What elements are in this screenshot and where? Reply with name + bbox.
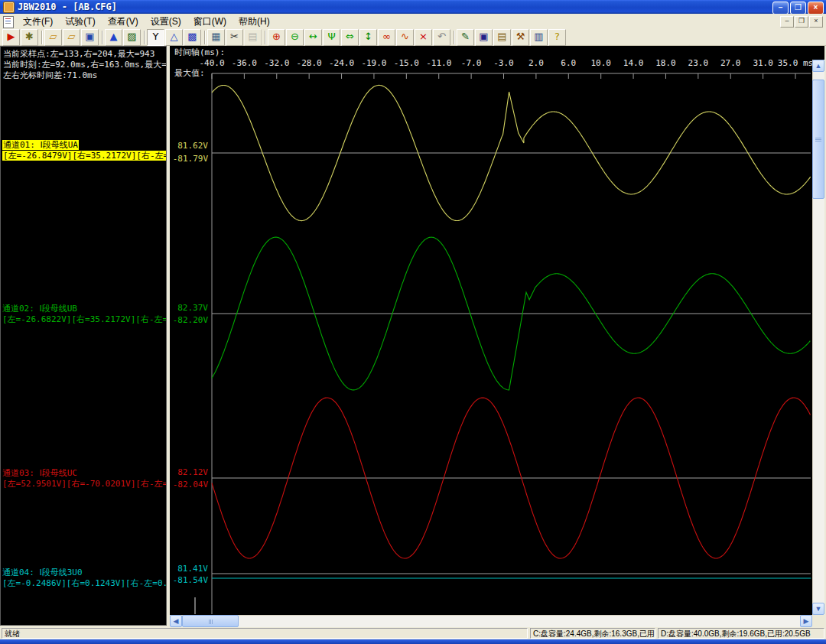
save-button[interactable]: ▣ [81, 29, 99, 46]
channel-01-max-value: 81.62V [167, 141, 208, 151]
scroll-right-arrow[interactable]: ▶ [800, 615, 812, 627]
tools-button[interactable]: ⚒ [512, 29, 529, 46]
plot-area[interactable] [213, 74, 811, 614]
channel-01-title[interactable]: 通道01: Ⅰ段母线UA [2, 140, 79, 150]
toolbar-separator [451, 30, 457, 45]
horizontal-scrollbar[interactable]: ◀ ▶ [170, 615, 812, 627]
mdi-close-button[interactable]: × [809, 16, 823, 28]
status-ready: 就绪 [2, 628, 528, 639]
paste-button[interactable]: ▤ [244, 29, 262, 46]
status-bar: 就绪 C:盘容量:24.4GB,剩余:16.3GB,已用: 8.1GB D:盘容… [0, 627, 826, 639]
scrollbar-corner [812, 615, 824, 627]
toolbar-separator [99, 30, 105, 45]
time-tick-label: -3.0 [493, 58, 514, 68]
menu-window[interactable]: 窗口(W) [187, 14, 233, 29]
copy-button[interactable]: ▦ [207, 29, 225, 46]
channel-03-max-value: 82.12V [167, 467, 208, 477]
expand-horizontal-button[interactable]: ↔ [304, 29, 322, 46]
toolbar-separator [202, 30, 207, 45]
time-tick-label: 35.0 ms [778, 58, 813, 68]
horizontal-scroll-thumb[interactable] [182, 615, 239, 627]
open-config-button[interactable]: ▱ [63, 29, 80, 46]
menu-file[interactable]: 文件(F) [17, 14, 59, 29]
time-readout: 当前时刻:左=92.0ms,右=163.0ms,最大=3659.0ms [3, 59, 167, 70]
marker-tool-button[interactable]: ▲ [105, 29, 122, 46]
channel-02-min-value: -82.20V [167, 315, 208, 325]
link-cursor-button[interactable]: ∞ [378, 29, 395, 46]
time-tick-label: -28.0 [297, 58, 322, 68]
vertical-scroll-thumb[interactable] [812, 80, 824, 199]
window-title: JBW2010 - [AB.CFG] [18, 0, 117, 14]
status-disk-c: C:盘容量:24.4GB,剩余:16.3GB,已用: 8.1GB [530, 628, 655, 639]
close-button[interactable]: × [808, 2, 824, 15]
toolbar-separator [141, 30, 147, 45]
zoom-in-button[interactable]: ⊕ [268, 29, 285, 46]
scroll-up-arrow[interactable]: ▲ [812, 60, 824, 72]
mdi-document-icon[interactable] [3, 16, 14, 28]
data-table-button[interactable]: ▥ [530, 29, 548, 46]
delta-cursor-button[interactable]: △ [165, 29, 183, 46]
scroll-left-arrow[interactable]: ◀ [170, 615, 182, 627]
time-tick-label: -7.0 [461, 58, 482, 68]
title-bar[interactable]: JBW2010 - [AB.CFG] – ❐ × [0, 0, 826, 14]
sine-analysis-button[interactable]: ∿ [396, 29, 414, 46]
start-test-button[interactable]: ▶ [2, 29, 20, 46]
blue-window-button[interactable]: ▣ [475, 29, 493, 46]
channel-info-panel: 当前采样点:左=133,右=204,最大=943 当前时刻:左=92.0ms,右… [0, 46, 167, 626]
mdi-minimize-button[interactable]: – [780, 16, 794, 28]
channel-04-max-value: 81.41V [167, 564, 208, 574]
channel-03-title[interactable]: 通道03: Ⅰ段母线UC [2, 468, 77, 478]
channel-02-title[interactable]: 通道02: Ⅰ段母线UB [2, 304, 77, 314]
menu-bar: 文件(F)试验(T)查看(V)设置(S)窗口(W)帮助(H) – ❐ × [0, 14, 826, 30]
time-tick-label: 23.0 [688, 58, 709, 68]
waveform-image-button[interactable]: ▨ [123, 29, 141, 46]
time-tick-label: -15.0 [394, 58, 419, 68]
time-tick-label: 18.0 [655, 58, 676, 68]
menu-help[interactable]: 帮助(H) [233, 14, 276, 29]
cut-button[interactable]: ✂ [226, 29, 243, 46]
close-view-button[interactable]: × [415, 29, 432, 46]
toolbar-separator [39, 30, 44, 45]
time-tick-label: -32.0 [264, 58, 289, 68]
mdi-restore-button[interactable]: ❐ [795, 16, 808, 28]
app-icon [3, 2, 15, 13]
status-disk-d: D:盘容量:40.0GB,剩余:19.6GB,已用:20.5GB [658, 628, 824, 639]
minimize-button[interactable]: – [772, 2, 789, 15]
edit-report-button[interactable]: ✎ [457, 29, 474, 46]
cursor-delta-readout: 左右光标时间差:71.0ms [3, 70, 97, 81]
split-channel-button[interactable]: Ψ [323, 29, 340, 46]
channel-01-min-value: -81.79V [167, 154, 208, 164]
application-window: { "window": { "title": "JBW2010 - [AB.CF… [0, 0, 826, 644]
sample-point-readout: 当前采样点:左=133,右=204,最大=943 [3, 48, 154, 60]
y-cursor-button[interactable]: Y [147, 29, 164, 46]
window-bottom-border [0, 639, 826, 644]
menu-test[interactable]: 试验(T) [59, 14, 101, 29]
max-value-label: 最大值: [174, 67, 205, 79]
pan-horizontal-button[interactable]: ⇔ [341, 29, 359, 46]
restore-button[interactable]: ❐ [790, 2, 806, 15]
channel-04-title[interactable]: 通道04: Ⅰ段母线3U0 [2, 568, 83, 577]
time-axis-label: 时间轴(ms): [174, 47, 225, 58]
wave-window-button[interactable]: ▩ [184, 29, 201, 46]
print-page-button[interactable]: ▤ [493, 29, 511, 46]
scroll-down-arrow[interactable]: ▼ [812, 603, 824, 615]
channel-01-cursor-values: [左=-26.8479V][右=35.2172V][右-左=62.0651V] [2, 151, 167, 161]
open-file-button[interactable]: ▱ [44, 29, 62, 46]
channel-04-min-value: -81.54V [167, 575, 208, 585]
menu-view[interactable]: 查看(V) [102, 14, 145, 29]
zoom-out-button[interactable]: ⊖ [286, 29, 304, 46]
time-tick-label: 2.0 [528, 58, 544, 68]
toolbar: ▶✱▱▱▣▲▨Y△▩▦✂▤⊕⊖↔Ψ⇔↕∞∿×↶✎▣▤⚒▥? [0, 29, 826, 46]
time-tick-label: -36.0 [232, 58, 257, 68]
undo-button[interactable]: ↶ [433, 29, 450, 46]
settings-gear-button[interactable]: ✱ [21, 29, 38, 46]
help-button[interactable]: ? [548, 29, 566, 46]
expand-vertical-button[interactable]: ↕ [359, 29, 377, 46]
channel-03-cursor-values: [左=52.9501V][右=-70.0201V][右-左=-122.9702V… [2, 479, 167, 489]
channel-02-cursor-values: [左=-26.6822V][右=35.2172V][右-左=61.8994V] [2, 314, 167, 324]
vertical-scrollbar[interactable]: ▲ ▼ [812, 60, 824, 615]
time-tick-label: 14.0 [623, 58, 644, 68]
time-tick-label: 27.0 [720, 58, 741, 68]
channel-03-min-value: -82.04V [167, 480, 208, 490]
menu-settings[interactable]: 设置(S) [145, 14, 187, 29]
